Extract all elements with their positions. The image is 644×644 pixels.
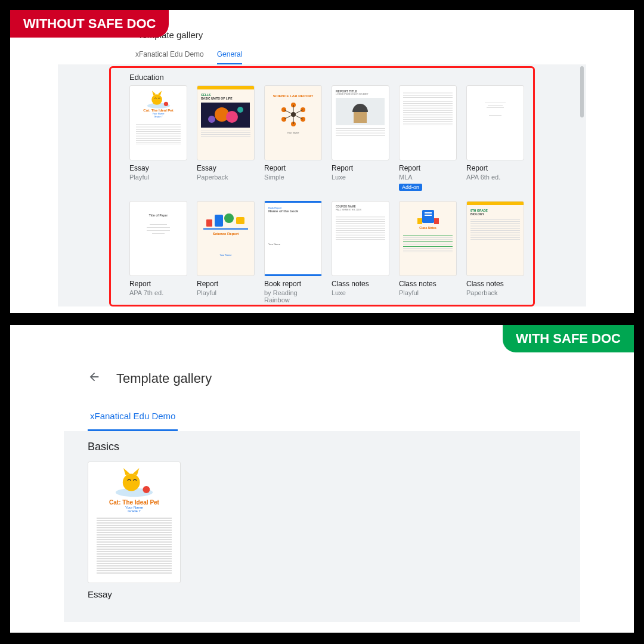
tab-xfanatical[interactable]: xFanatical Edu Demo xyxy=(88,405,178,431)
svg-point-7 xyxy=(237,107,243,113)
template-thumbnail[interactable]: Science Report Your Name xyxy=(197,201,255,276)
svg-rect-26 xyxy=(236,217,244,224)
template-thumbnail[interactable]: 9TH GRADE BIOLOGY xyxy=(466,201,524,276)
svg-rect-28 xyxy=(425,212,432,213)
thumb-title: Cat: The Ideal Pet xyxy=(88,499,180,506)
section-title: Basics xyxy=(88,441,556,453)
gallery-tabs: xFanatical Edu Demo General xyxy=(58,47,586,64)
svg-point-1 xyxy=(151,94,162,105)
template-area: Basics Cat: The Ideal Pet Your Name Grad… xyxy=(64,431,580,622)
svg-point-25 xyxy=(224,213,234,223)
svg-rect-31 xyxy=(434,218,439,224)
panel-without-safedoc: WITHOUT SAFE DOC Template gallery xFanat… xyxy=(10,10,634,313)
thumb-title2: BIOLOGY xyxy=(470,212,520,216)
svg-point-5 xyxy=(226,111,238,123)
tab-general[interactable]: General xyxy=(217,47,243,64)
svg-line-17 xyxy=(284,114,293,119)
svg-point-33 xyxy=(123,474,140,491)
svg-rect-24 xyxy=(215,215,223,227)
scrollbar[interactable] xyxy=(580,66,584,117)
svg-line-16 xyxy=(293,110,303,114)
thumb-title: Science Report xyxy=(197,232,254,236)
badge-with: WITH SAFE DOC xyxy=(503,325,634,352)
thumb-sub: FALL SEMESTER 20XX xyxy=(336,208,385,211)
template-thumbnail[interactable]: SCIENCE LAB REPORT Your Name xyxy=(264,85,322,160)
template-thumbnail[interactable]: Book Report Name of the book Your Name xyxy=(264,201,322,276)
template-thumbnail[interactable]: REPORT TITLE LOREM IPSUM DOLOR SIT AMET xyxy=(332,85,389,160)
gallery-header: Template gallery xyxy=(64,367,580,391)
thumb-title: Class Notes xyxy=(400,226,456,230)
svg-point-6 xyxy=(208,116,215,123)
template-thumbnail[interactable]: Cat: The Ideal Pet Your Name Grade 7 xyxy=(88,462,181,583)
bottom-gallery: Template gallery xFanatical Edu Demo Bas… xyxy=(64,367,580,627)
template-thumbnail[interactable]: Title of Paper xyxy=(129,201,187,276)
top-gallery: Template gallery xFanatical Edu Demo Gen… xyxy=(58,23,586,307)
panel-with-safedoc: WITH SAFE DOC Template gallery xFanatica… xyxy=(10,325,634,633)
template-card: Cat: The Ideal Pet Your Name Grade 7 Ess… xyxy=(88,462,181,599)
back-arrow-icon[interactable] xyxy=(88,370,101,387)
badge-without: WITHOUT SAFE DOC xyxy=(10,10,169,38)
svg-point-2 xyxy=(163,102,168,106)
tab-xfanatical[interactable]: xFanatical Edu Demo xyxy=(135,47,204,64)
template-thumbnail[interactable] xyxy=(466,85,524,160)
svg-rect-30 xyxy=(417,218,422,224)
template-thumbnail[interactable]: Cat: The Ideal Pet Your Name Grade 7 xyxy=(129,85,187,160)
gallery-tabs: xFanatical Edu Demo xyxy=(64,391,580,431)
template-thumbnail[interactable]: Class Notes xyxy=(399,201,457,276)
template-name: Essay xyxy=(88,589,181,599)
svg-rect-23 xyxy=(206,219,212,227)
gallery-title: Template gallery xyxy=(116,371,212,386)
thumb-title2: BASIC UNITS OF LIFE xyxy=(201,97,250,100)
svg-rect-27 xyxy=(422,210,434,223)
svg-point-34 xyxy=(143,486,150,493)
thumb-sub2: Grade 7 xyxy=(130,115,187,118)
svg-line-15 xyxy=(284,110,293,114)
svg-line-18 xyxy=(293,114,303,119)
thumb-title: SCIENCE LAB REPORT xyxy=(265,86,321,98)
template-thumbnail[interactable] xyxy=(399,85,457,160)
svg-rect-22 xyxy=(354,112,367,123)
template-thumbnail[interactable]: COURSE NAME FALL SEMESTER 20XX xyxy=(332,201,389,276)
thumb-sub: LOREM IPSUM DOLOR SIT AMET xyxy=(336,93,385,95)
thumb-title: Name of the book xyxy=(268,209,318,213)
template-thumbnail[interactable]: CELLS BASIC UNITS OF LIFE xyxy=(197,85,255,160)
svg-rect-29 xyxy=(425,215,432,216)
template-area: Education Cat: The Ideal Pet Your Name G… xyxy=(58,64,586,306)
